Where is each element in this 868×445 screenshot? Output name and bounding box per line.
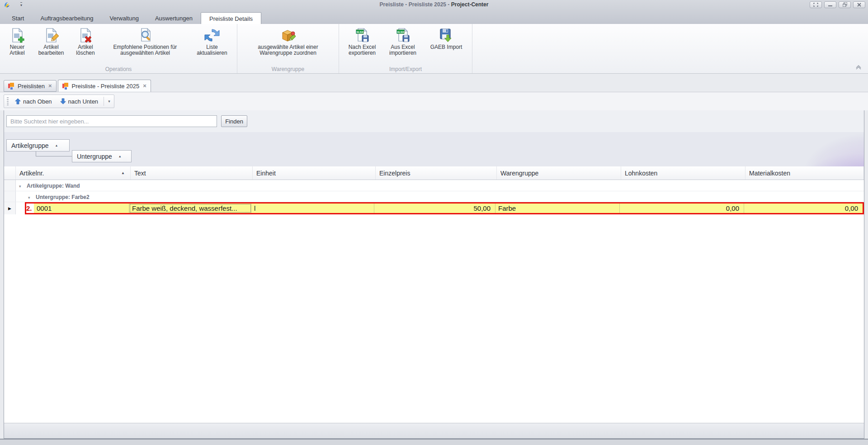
ribbon-tab-start[interactable]: Start xyxy=(4,12,32,24)
doc-tab-close-icon[interactable]: × xyxy=(48,84,52,88)
new-article-button[interactable]: Neuer Artikel xyxy=(3,26,31,57)
annotation-label: 2. xyxy=(26,204,34,213)
application-window: ▾ Preisliste - Preisliste 2025 - Project… xyxy=(0,0,868,445)
column-header-lohnkosten-label: Lohnkosten xyxy=(625,170,657,177)
excel-import-button[interactable]: XLSX Aus Excel importieren xyxy=(383,26,423,57)
pricelist-icon xyxy=(8,83,15,90)
column-header-einheit[interactable]: Einheit xyxy=(253,166,376,180)
column-header-lohnkosten[interactable]: Lohnkosten xyxy=(621,166,745,180)
group-connector-line xyxy=(36,151,72,156)
doc-tab-preislisten-label: Preislisten xyxy=(18,83,45,90)
ribbon-tab-verwaltung[interactable]: Verwaltung xyxy=(102,12,147,24)
collapse-group-icon[interactable]: ▾ xyxy=(28,195,30,200)
column-header-warengruppe[interactable]: Warengruppe xyxy=(497,166,621,180)
ribbon-tab-preisliste-details[interactable]: Preisliste Details xyxy=(201,12,261,24)
gaeb-import-icon xyxy=(439,28,454,43)
column-header-materialkosten-label: Materialkosten xyxy=(749,170,790,177)
ribbon-group-warengruppe: ausgewählte Artikel einer Warengruppe zu… xyxy=(237,24,339,73)
recommended-positions-icon xyxy=(137,28,153,43)
column-header-text-label: Text xyxy=(134,170,146,177)
ribbon: Neuer Artikel Artikel bearbeiten xyxy=(0,24,868,74)
delete-article-icon xyxy=(78,28,93,43)
sort-asc-icon: ▲ xyxy=(121,171,125,175)
document-tab-bar: Preislisten × Preisliste - Preisliste 20… xyxy=(0,74,868,92)
row-indicator-cell: ▶ xyxy=(4,202,16,214)
toolbar-separator xyxy=(104,97,104,106)
refresh-list-button[interactable]: Liste aktualisieren xyxy=(190,26,234,57)
column-header-artikelnr[interactable]: Artikelnr. ▲ xyxy=(16,166,131,180)
column-header-warengruppe-label: Warengruppe xyxy=(500,170,538,177)
toolbar-options-dropdown-icon[interactable]: ▾ xyxy=(105,97,113,105)
panel-footer xyxy=(4,423,864,438)
move-down-button[interactable]: nach Unten xyxy=(56,96,103,107)
arrow-down-icon xyxy=(60,98,66,104)
column-header-artikelnr-label: Artikelnr. xyxy=(19,170,44,177)
minimize-button[interactable] xyxy=(824,1,836,8)
row-indicator-icon: ▶ xyxy=(8,206,11,211)
group-by-artikelgruppe-label: Artikelgruppe xyxy=(11,142,49,149)
cell-einheit[interactable]: l xyxy=(251,204,374,213)
cell-einzelpreis[interactable]: 50,00 xyxy=(374,204,495,213)
fullscreen-icon xyxy=(813,3,818,7)
doc-tab-close-icon[interactable]: × xyxy=(143,84,146,88)
delete-article-button[interactable]: Artikel löschen xyxy=(71,26,100,57)
refresh-list-label: Liste aktualisieren xyxy=(193,44,231,56)
delete-article-label: Artikel löschen xyxy=(74,44,97,56)
toolbar-grip[interactable] xyxy=(6,97,9,105)
pricelist-detail-panel: Finden Artikelgruppe ▲ Untergruppe ▲ Art… xyxy=(4,110,864,439)
grid-empty-area xyxy=(4,214,864,423)
excel-export-icon: XLSX xyxy=(354,28,370,43)
recommended-positions-label: Empfohlene Positionen für ausgewählten A… xyxy=(104,44,187,56)
column-header-einheit-label: Einheit xyxy=(256,170,276,177)
assign-product-group-label: ausgewählte Artikel einer Warengruppe zu… xyxy=(243,44,333,56)
cell-materialkosten[interactable]: 0,00 xyxy=(744,204,863,213)
assign-product-group-icon xyxy=(280,28,296,43)
collapse-group-icon[interactable]: ▾ xyxy=(19,184,21,189)
column-header-einzelpreis[interactable]: Einzelpreis xyxy=(376,166,497,180)
move-down-label: nach Unten xyxy=(68,98,99,105)
fullscreen-button[interactable] xyxy=(810,1,822,8)
skin-watermark xyxy=(746,132,864,166)
row-indicator-header xyxy=(4,166,16,180)
cell-lohnkosten[interactable]: 0,00 xyxy=(620,204,744,213)
excel-export-button[interactable]: XLSX Nach Excel exportieren xyxy=(342,26,382,57)
collapse-ribbon-icon[interactable] xyxy=(855,65,862,70)
doc-tab-preisliste-2025[interactable]: Preisliste - Preisliste 2025 × xyxy=(58,80,151,92)
move-up-button[interactable]: nach Oben xyxy=(11,96,56,107)
edit-article-button[interactable]: Artikel bearbeiten xyxy=(32,26,70,57)
group-row-artikelgruppe-wand[interactable]: ▾ Artikelgruppe: Wand xyxy=(4,180,864,191)
group-by-artikelgruppe[interactable]: Artikelgruppe ▲ xyxy=(6,139,70,151)
column-header-materialkosten[interactable]: Materialkosten xyxy=(745,166,864,180)
ribbon-tab-auswertungen[interactable]: Auswertungen xyxy=(147,12,201,24)
assign-product-group-button[interactable]: ausgewählte Artikel einer Warengruppe zu… xyxy=(241,26,335,57)
column-header-text[interactable]: Text xyxy=(131,166,253,180)
move-up-label: nach Oben xyxy=(23,98,52,105)
doc-tab-preislisten[interactable]: Preislisten × xyxy=(4,80,57,92)
cell-warengruppe[interactable]: Farbe xyxy=(495,204,620,213)
search-input[interactable] xyxy=(6,115,217,127)
group-row-untergruppe-farbe2[interactable]: ▾ Untergruppe: Farbe2 xyxy=(4,191,864,202)
edit-article-icon xyxy=(43,28,59,43)
restore-button[interactable] xyxy=(839,1,851,8)
ribbon-tab-auftragsbearbeitung[interactable]: Auftragsbearbeitung xyxy=(32,12,101,24)
window-title: Preisliste - Preisliste 2025 - Project-C… xyxy=(0,1,868,8)
group-by-panel: Artikelgruppe ▲ Untergruppe ▲ xyxy=(4,132,864,166)
find-button[interactable]: Finden xyxy=(221,115,247,127)
ribbon-group-operations: Neuer Artikel Artikel bearbeiten xyxy=(0,24,237,73)
search-row: Finden xyxy=(4,110,864,132)
table-row-selected[interactable]: ▶ 2. 0001 Farbe weiß, deckend, wasserfes… xyxy=(4,202,864,214)
group-by-untergruppe[interactable]: Untergruppe ▲ xyxy=(72,150,132,162)
excel-import-icon: XLSX xyxy=(395,28,410,43)
group-row-content: ▾ Untergruppe: Farbe2 xyxy=(16,193,90,201)
recommended-positions-button[interactable]: Empfohlene Positionen für ausgewählten A… xyxy=(101,26,189,57)
window-bottom-edge xyxy=(0,439,868,445)
svg-text:XLSX: XLSX xyxy=(397,31,404,33)
svg-text:XLSX: XLSX xyxy=(356,31,363,33)
excel-import-label: Aus Excel importieren xyxy=(386,44,420,56)
cell-text[interactable]: Farbe weiß, deckend, wasserfest... xyxy=(129,204,251,213)
window-title-app: Project-Center xyxy=(451,1,489,8)
cell-artikelnr[interactable]: 0001 xyxy=(34,204,129,213)
gaeb-import-button[interactable]: GAEB Import xyxy=(424,26,469,51)
close-button[interactable] xyxy=(853,1,865,8)
window-title-document: Preisliste - Preisliste 2025 - xyxy=(380,1,451,8)
